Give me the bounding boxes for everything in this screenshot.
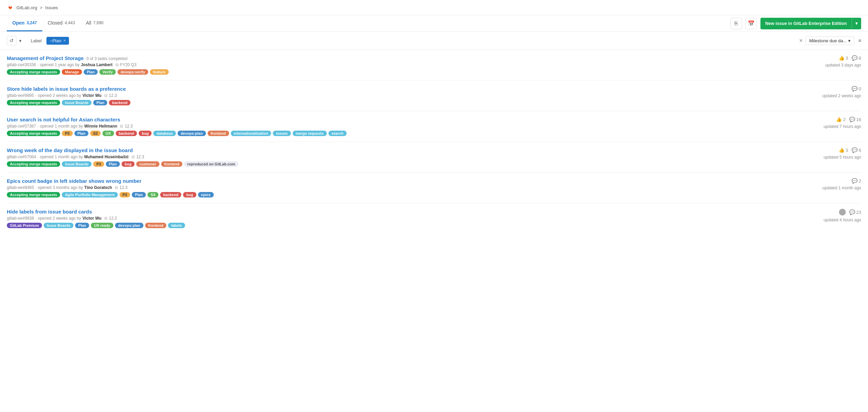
label-badge[interactable]: S4 [148,192,158,197]
label-badge[interactable]: bug [183,192,196,197]
label-badge[interactable]: bug [122,161,135,167]
issue-ref: gitlab-ee#9838 [7,216,34,221]
issue-meta: gitlab-ce#57387 · opened 1 month ago by … [7,124,801,129]
issue-main: Hide labels from issue board cards gitla… [7,209,861,228]
label-badge[interactable]: Agile Portfolio Management [62,192,117,197]
breadcrumb-org[interactable]: GitLab.org [16,5,37,10]
issue-milestone[interactable]: 12.3 [136,154,144,159]
label-badge[interactable]: Issue Boards [62,100,92,105]
label-badge[interactable]: reproduced on GitLab.com [184,161,238,167]
label-badge[interactable]: frontend [145,223,167,228]
label-badge[interactable]: Accepting merge requests [7,161,60,167]
label-badge[interactable]: merge requests [293,131,327,136]
label-badge[interactable]: Manage [62,69,82,75]
issue-milestone[interactable]: 12.3 [125,124,132,129]
label-badge[interactable]: Plan [132,192,146,197]
rss-button[interactable]: ⎘ [730,18,742,29]
issue-author[interactable]: Tino Goratsch [84,185,112,190]
label-badge[interactable]: GitLab Premium [7,223,42,228]
label-badge[interactable]: database [153,131,176,136]
label-badge[interactable]: bug [139,131,152,136]
issue-main: Management of Project Storage0 of 3 task… [7,55,861,75]
label-badge[interactable]: devops:verify [117,69,148,75]
issue-author[interactable]: Muhamed Huseinbašić [84,154,129,159]
filter-tag-remove[interactable]: × [63,38,66,43]
issue-actions-col: 💬2 updated 1 month ago [807,178,861,190]
label-badge[interactable]: Plan [93,100,107,105]
label-badge[interactable]: Issue Boards [44,223,73,228]
issue-title[interactable]: Hide labels from issue board cards [7,209,801,215]
label-badge[interactable]: issues [273,131,291,136]
issue-meta: gitlab-ee#8465 · opened 3 months ago by … [7,185,801,190]
label-badge[interactable]: P3 [62,131,72,136]
new-issue-label[interactable]: New issue in GitLab Enterprise Edition [760,18,852,29]
label-badge[interactable]: Accepting merge requests [7,100,60,105]
tab-open[interactable]: Open 3,247 [7,15,42,31]
label-badge[interactable]: internationalization [231,131,271,136]
label-badge[interactable]: P3 [93,161,104,167]
label-badge[interactable]: backend [160,192,182,197]
issue-actions-col: 👍3💬8 updated 3 days ago [807,55,861,68]
label-badge[interactable]: devops:plan [115,223,143,228]
label-badge[interactable]: labels [168,223,185,228]
label-badge[interactable]: search [328,131,347,136]
label-badge[interactable]: epics [198,192,214,197]
issue-ref: gitlab-ee#9895 [7,93,34,98]
label-badge[interactable]: Plan [75,223,89,228]
new-issue-button[interactable]: New issue in GitLab Enterprise Edition ▾ [760,18,861,29]
calendar-button[interactable]: 📅 [745,18,757,29]
breadcrumb-current: Issues [45,5,58,10]
label-badge[interactable]: backend [109,100,130,105]
tab-all-label: All [86,20,91,26]
label-badge[interactable]: UX [102,131,114,136]
label-badge[interactable]: UX ready [91,223,113,228]
label-badge[interactable]: Plan [74,131,88,136]
label-badge[interactable]: frontend [208,131,229,136]
label-badge[interactable]: backend [116,131,137,136]
issue-author[interactable]: Joshua Lambert [81,62,113,67]
issue-milestone[interactable]: 12.3 [109,93,117,98]
issue-title[interactable]: User search is not helpful for Asian cha… [7,117,801,122]
milestone-icon: ⊙ [104,216,108,221]
issue-title[interactable]: Wrong week of the day displayed in the i… [7,147,801,153]
tab-closed[interactable]: Closed 4,443 [42,15,81,31]
label-badge[interactable]: Accepting merge requests [7,131,60,136]
issue-milestone[interactable]: 12.2 [109,216,117,221]
new-issue-dropdown-arrow[interactable]: ▾ [852,18,861,29]
label-badge[interactable]: Accepting merge requests [7,192,60,197]
filter-reset-button[interactable]: ↺ [7,36,16,45]
filter-sort-icon[interactable]: ≡ [858,38,861,43]
issue-counters: 💬2 [852,178,861,183]
update-time: updated 1 month ago [823,186,861,190]
comment-count: 💬6 [852,147,861,153]
issue-title[interactable]: Epics count badge in left sidebar shows … [7,178,801,184]
issue-meta: gitlab-ee#9838 · opened 2 weeks ago by V… [7,216,801,221]
issue-title[interactable]: Management of Project Storage0 of 3 task… [7,55,801,61]
comment-icon: 💬 [849,209,855,215]
filter-chevron-button[interactable]: ▾ [19,36,26,45]
tab-all[interactable]: All 7,690 [80,15,109,31]
label-badge[interactable]: feature [150,69,169,75]
comment-count: 💬8 [852,55,861,61]
label-badge[interactable]: Plan [106,161,120,167]
issue-content: Hide labels from issue board cards gitla… [7,209,801,228]
issue-author[interactable]: Victor Wu [83,216,102,221]
issue-author[interactable]: Victor Wu [83,93,102,98]
label-badge[interactable]: devops:plan [178,131,206,136]
issue-title[interactable]: Store hide labels in issue boards as a p… [7,86,801,92]
filter-sort-dropdown[interactable]: Milestone due da... ▾ [806,36,854,45]
label-badge[interactable]: P3 [120,192,130,197]
issue-author[interactable]: Winnie Hellmann [84,124,117,129]
label-badge[interactable]: Verify [99,69,116,75]
issue-milestone[interactable]: FY20 Q3 [120,62,137,67]
issue-milestone[interactable]: 12.3 [120,185,127,190]
breadcrumb-separator: > [40,5,43,10]
label-badge[interactable]: Plan [84,69,98,75]
label-badge[interactable]: S2 [90,131,101,136]
label-badge[interactable]: frontend [161,161,183,167]
label-badge[interactable]: customer [136,161,159,167]
issue-item: Epics count badge in left sidebar shows … [7,173,861,203]
label-badge[interactable]: Issue Boards [62,161,92,167]
label-badge[interactable]: Accepting merge requests [7,69,60,75]
filter-clear-button[interactable]: × [799,37,803,44]
